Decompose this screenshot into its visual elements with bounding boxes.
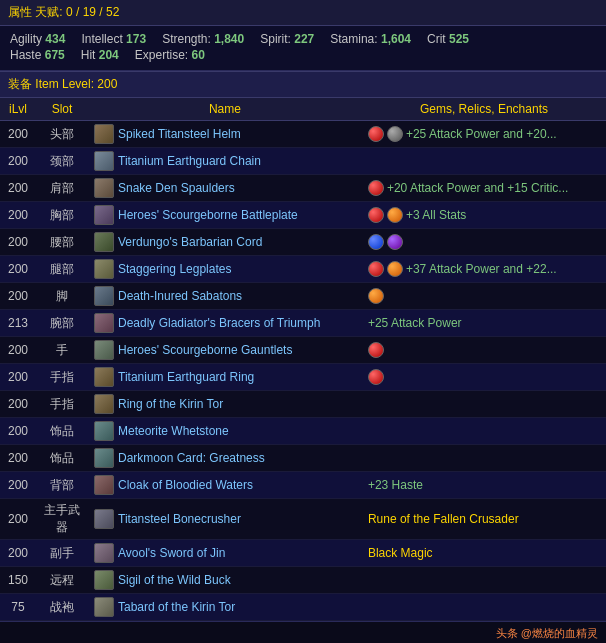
item-enchant-cell	[362, 229, 606, 256]
item-icon	[94, 313, 114, 333]
item-ilvl: 200	[0, 175, 36, 202]
gem-icon	[368, 342, 384, 358]
item-name-cell: Death-Inured Sabatons	[88, 283, 362, 310]
footer-brand: 头条 @燃烧的血精灵	[496, 627, 598, 639]
item-name[interactable]: Verdungo's Barbarian Cord	[118, 235, 262, 249]
item-enchant-cell	[362, 418, 606, 445]
enchant-text: +37 Attack Power and +22...	[406, 262, 557, 276]
gem-icon	[368, 207, 384, 223]
table-row: 200腰部Verdungo's Barbarian Cord	[0, 229, 606, 256]
item-enchant-cell: +37 Attack Power and +22...	[362, 256, 606, 283]
item-name-cell: Sigil of the Wild Buck	[88, 567, 362, 594]
item-name[interactable]: Snake Den Spaulders	[118, 181, 235, 195]
item-slot: 远程	[36, 567, 88, 594]
item-enchant-cell	[362, 594, 606, 621]
table-row: 200手指Ring of the Kirin Tor	[0, 391, 606, 418]
item-name[interactable]: Titanium Earthguard Ring	[118, 370, 254, 384]
item-name[interactable]: Heroes' Scourgeborne Gauntlets	[118, 343, 292, 357]
item-name-cell: Verdungo's Barbarian Cord	[88, 229, 362, 256]
item-name-cell: Heroes' Scourgeborne Gauntlets	[88, 337, 362, 364]
item-ilvl: 75	[0, 594, 36, 621]
stat-item: Stamina: 1,604	[330, 32, 411, 46]
item-icon	[94, 232, 114, 252]
item-ilvl: 200	[0, 499, 36, 540]
item-ilvl: 200	[0, 256, 36, 283]
item-name-cell: Meteorite Whetstone	[88, 418, 362, 445]
item-name[interactable]: Titansteel Bonecrusher	[118, 512, 241, 526]
enchant-text: +23 Haste	[368, 478, 423, 492]
gem-icon	[368, 288, 384, 304]
item-enchant-cell: +25 Attack Power and +20...	[362, 121, 606, 148]
enchant-text: +25 Attack Power and +20...	[406, 127, 557, 141]
item-name[interactable]: Darkmoon Card: Greatness	[118, 451, 265, 465]
item-icon	[94, 448, 114, 468]
item-slot: 副手	[36, 540, 88, 567]
gem-icon	[368, 261, 384, 277]
item-slot: 肩部	[36, 175, 88, 202]
gem-icon	[387, 126, 403, 142]
item-enchant-cell	[362, 567, 606, 594]
col-slot: Slot	[36, 98, 88, 121]
item-name[interactable]: Deadly Gladiator's Bracers of Triumph	[118, 316, 320, 330]
item-enchant-cell	[362, 337, 606, 364]
section-header: 装备 Item Level: 200	[0, 71, 606, 98]
item-name[interactable]: Meteorite Whetstone	[118, 424, 229, 438]
item-enchant-cell	[362, 148, 606, 175]
item-ilvl: 200	[0, 445, 36, 472]
item-slot: 战袍	[36, 594, 88, 621]
item-slot: 手指	[36, 364, 88, 391]
item-name[interactable]: Sigil of the Wild Buck	[118, 573, 231, 587]
item-ilvl: 200	[0, 337, 36, 364]
header-bar: 属性 天赋: 0 / 19 / 52	[0, 0, 606, 26]
item-name[interactable]: Titanium Earthguard Chain	[118, 154, 261, 168]
item-name[interactable]: Staggering Legplates	[118, 262, 231, 276]
item-name[interactable]: Death-Inured Sabatons	[118, 289, 242, 303]
item-name[interactable]: Tabard of the Kirin Tor	[118, 600, 235, 614]
table-header: iLvl Slot Name Gems, Relics, Enchants	[0, 98, 606, 121]
item-enchant-cell	[362, 283, 606, 310]
stat-item: Strength: 1,840	[162, 32, 244, 46]
item-name-cell: Heroes' Scourgeborne Battleplate	[88, 202, 362, 229]
item-icon	[94, 286, 114, 306]
stat-item: Hit 204	[81, 48, 119, 62]
stat-item: Agility 434	[10, 32, 65, 46]
item-name-cell: Darkmoon Card: Greatness	[88, 445, 362, 472]
table-row: 200脚Death-Inured Sabatons	[0, 283, 606, 310]
item-slot: 脚	[36, 283, 88, 310]
item-enchant-cell: +20 Attack Power and +15 Critic...	[362, 175, 606, 202]
item-ilvl: 213	[0, 310, 36, 337]
col-name: Name	[88, 98, 362, 121]
table-row: 200颈部Titanium Earthguard Chain	[0, 148, 606, 175]
item-name[interactable]: Cloak of Bloodied Waters	[118, 478, 253, 492]
item-name[interactable]: Avool's Sword of Jin	[118, 546, 225, 560]
item-icon	[94, 509, 114, 529]
gem-icon	[368, 126, 384, 142]
item-enchant-cell	[362, 364, 606, 391]
gem-icon	[368, 180, 384, 196]
stat-item: Spirit: 227	[260, 32, 314, 46]
item-name[interactable]: Heroes' Scourgeborne Battleplate	[118, 208, 298, 222]
table-row: 200手指Titanium Earthguard Ring	[0, 364, 606, 391]
item-ilvl: 200	[0, 148, 36, 175]
table-row: 75战袍Tabard of the Kirin Tor	[0, 594, 606, 621]
table-row: 200主手武器Titansteel BonecrusherRune of the…	[0, 499, 606, 540]
table-row: 200胸部Heroes' Scourgeborne Battleplate+3 …	[0, 202, 606, 229]
table-row: 213腕部Deadly Gladiator's Bracers of Trium…	[0, 310, 606, 337]
table-row: 200副手Avool's Sword of JinBlack Magic	[0, 540, 606, 567]
talent-info: 属性 天赋: 0 / 19 / 52	[8, 5, 119, 19]
item-icon	[94, 178, 114, 198]
item-name-cell: Titansteel Bonecrusher	[88, 499, 362, 540]
item-slot: 腕部	[36, 310, 88, 337]
section-label: 装备 Item Level: 200	[8, 77, 117, 91]
item-slot: 颈部	[36, 148, 88, 175]
item-name[interactable]: Spiked Titansteel Helm	[118, 127, 241, 141]
table-row: 200腿部Staggering Legplates+37 Attack Powe…	[0, 256, 606, 283]
item-slot: 饰品	[36, 418, 88, 445]
item-ilvl: 200	[0, 364, 36, 391]
table-row: 200背部Cloak of Bloodied Waters+23 Haste	[0, 472, 606, 499]
enchant-text: Rune of the Fallen Crusader	[368, 512, 519, 526]
item-enchant-cell	[362, 391, 606, 418]
item-name[interactable]: Ring of the Kirin Tor	[118, 397, 223, 411]
gem-icon	[387, 207, 403, 223]
item-name-cell: Avool's Sword of Jin	[88, 540, 362, 567]
